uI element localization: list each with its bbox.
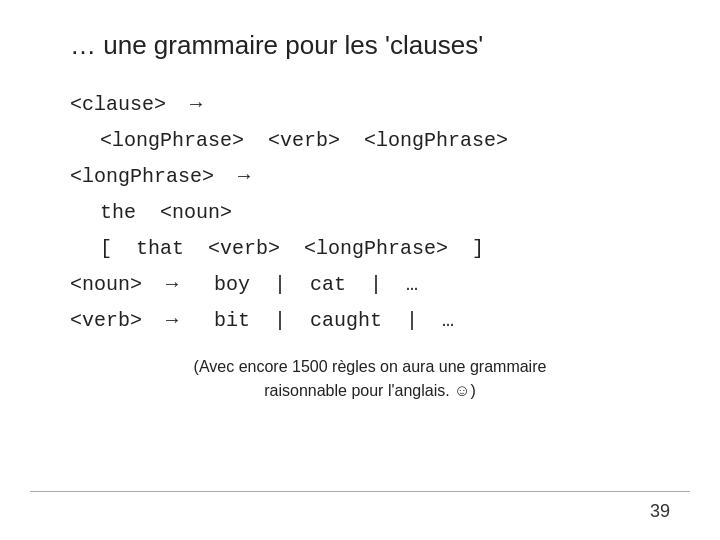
longphrase-the-line: the <noun> (70, 197, 670, 229)
clause-rule-line: <clause> → (70, 89, 670, 121)
verb-rule-text: <verb> → bit | caught | … (70, 309, 454, 332)
note-text: (Avec encore 1500 règles on aura une gra… (194, 358, 547, 399)
noun-rule-line: <noun> → boy | cat | … (70, 269, 670, 301)
clause-expansion-line: <longPhrase> <verb> <longPhrase> (70, 125, 670, 157)
longphrase-the-text: the <noun> (100, 201, 232, 224)
verb-rule-line: <verb> → bit | caught | … (70, 305, 670, 337)
longphrase-that-text: [ that <verb> <longPhrase> ] (100, 237, 484, 260)
content-area: <clause> → <longPhrase> <verb> <longPhra… (50, 89, 670, 403)
clause-expansion-text: <longPhrase> <verb> <longPhrase> (100, 129, 508, 152)
slide-number: 39 (650, 501, 670, 522)
longphrase-rule-line: <longPhrase> → (70, 161, 670, 193)
bottom-rule (30, 491, 690, 492)
clause-rule-text: <clause> → (70, 93, 202, 116)
noun-rule-text: <noun> → boy | cat | … (70, 273, 418, 296)
note-box: (Avec encore 1500 règles on aura une gra… (70, 355, 670, 403)
slide-container: … une grammaire pour les 'clauses' <clau… (0, 0, 720, 540)
longphrase-rule-text: <longPhrase> → (70, 165, 250, 188)
slide-title: … une grammaire pour les 'clauses' (50, 30, 670, 61)
longphrase-that-line: [ that <verb> <longPhrase> ] (70, 233, 670, 265)
